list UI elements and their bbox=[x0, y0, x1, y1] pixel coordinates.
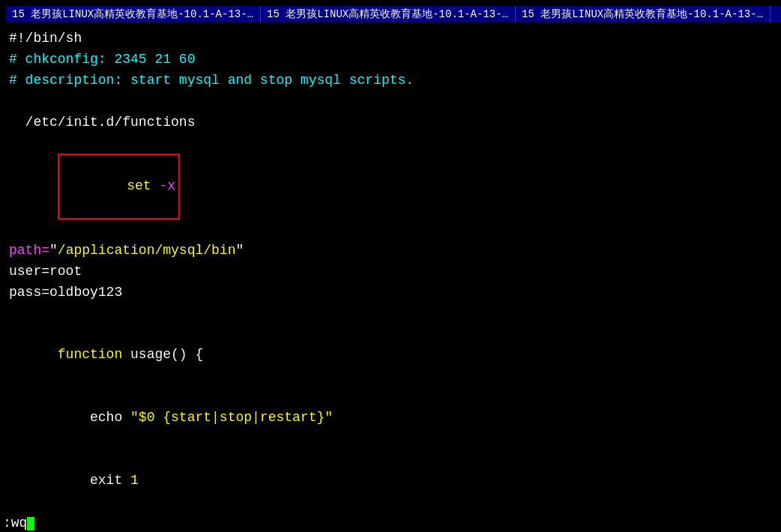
line-functions: /etc/init.d/functions bbox=[9, 112, 778, 133]
line-function-usage: function usage() { bbox=[9, 324, 778, 387]
line-echo: echo "$0 {start|stop|restart}" bbox=[9, 387, 778, 450]
line-chkconfig: # chkconfig: 2345 21 60 bbox=[9, 49, 778, 70]
line-user: user=root bbox=[9, 262, 778, 282]
code-area: #!/bin/sh # chkconfig: 2345 21 60 # desc… bbox=[6, 27, 781, 532]
set-x-highlight: set -x bbox=[58, 154, 180, 220]
line-set-x: set -x bbox=[9, 133, 778, 240]
tab-1[interactable]: 15 老男孩LINUX高精英收教育基地-10.1-A-13-出闸 bbox=[6, 6, 261, 22]
line-exit: exit 1 bbox=[9, 450, 778, 513]
line-description: # description: start mysql and stop mysq… bbox=[9, 70, 778, 91]
status-bar: :wq bbox=[0, 514, 781, 532]
tab-bar[interactable]: 15 老男孩LINUX高精英收教育基地-10.1-A-13-出闸 15 老男孩L… bbox=[6, 6, 781, 22]
tab-3[interactable]: 15 老男孩LINUX高精英收教育基地-10.1-A-13-出闸 bbox=[516, 6, 771, 22]
line-blank1 bbox=[9, 91, 778, 112]
line-pass: pass=oldboy123 bbox=[9, 282, 778, 303]
line-shebang: #!/bin/sh bbox=[9, 28, 778, 49]
line-blank2 bbox=[9, 303, 778, 324]
cursor bbox=[27, 517, 34, 531]
set-x-text: set -x bbox=[127, 178, 175, 193]
function-keyword: function bbox=[58, 347, 130, 362]
status-text: :wq bbox=[3, 516, 27, 531]
tab-2[interactable]: 15 老男孩LINUX高精英收教育基地-10.1-A-13-出闸 bbox=[261, 6, 516, 22]
line-path: path="/application/mysql/bin" bbox=[9, 241, 778, 262]
terminal: 15 老男孩LINUX高精英收教育基地-10.1-A-13-出闸 15 老男孩L… bbox=[0, 0, 781, 532]
